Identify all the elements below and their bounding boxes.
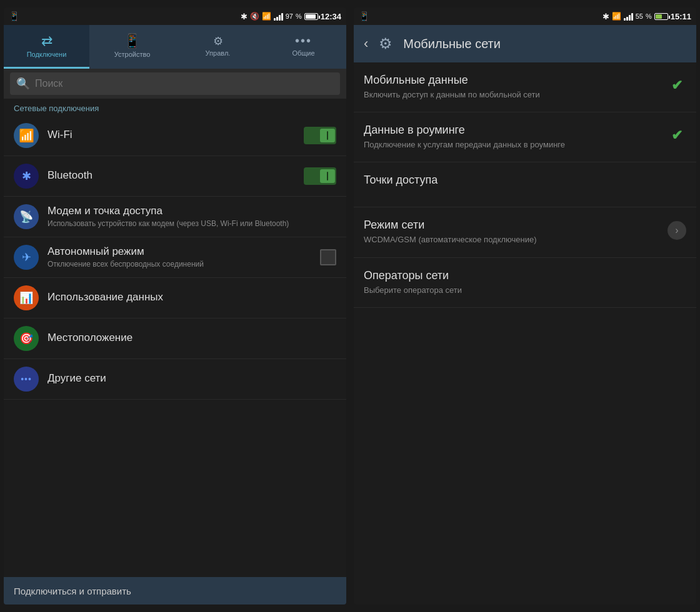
back-button[interactable]: ‹ — [364, 36, 368, 52]
roaming-action[interactable]: ✔ — [668, 126, 686, 145]
tab-device[interactable]: 📱 Устройство — [89, 25, 175, 69]
network-mode-subtitle: WCDMA/GSM (автоматическое подключение) — [364, 234, 660, 245]
search-input-wrap[interactable]: 🔍 — [10, 72, 340, 95]
bottom-bar: Подключиться и отправить — [4, 577, 346, 605]
left-phone-panel: 📱 ✱ 🔇 📶 97 % 12:34 ⇄ Подключени — [4, 7, 346, 605]
settings-item-wifi[interactable]: 📶 Wi-Fi — [4, 116, 346, 156]
tether-title: Модем и точка доступа — [48, 205, 336, 217]
search-icon: 🔍 — [16, 77, 30, 91]
right-time: 15:11 — [671, 12, 691, 21]
settings-item-tether[interactable]: 📡 Модем и точка доступа Использовать уст… — [4, 197, 346, 237]
wifi-status-icon: 📶 — [262, 12, 271, 21]
mobile-data-check-icon: ✔ — [668, 76, 686, 95]
wifi-text: Wi-Fi — [48, 129, 298, 142]
left-status-icons: 📱 — [9, 11, 19, 21]
access-points-title: Точки доступа — [364, 174, 686, 187]
manage-icon: ⚙ — [213, 34, 223, 48]
section-header-connections: Сетевые подключения — [4, 99, 346, 116]
section-header-text: Сетевые подключения — [14, 104, 99, 113]
wifi-icon: 📶 — [14, 123, 39, 148]
roaming-text: Данные в роуминге Подключение к услугам … — [364, 124, 660, 151]
mobile-data-text: Мобильные данные Включить доступ к данны… — [364, 74, 660, 101]
battery-percent-sign: % — [296, 12, 302, 20]
airplane-text: Автономный режим Отключение всех беспров… — [48, 245, 314, 270]
airplane-checkbox-wrap[interactable] — [320, 249, 336, 265]
tab-manage[interactable]: ⚙ Управл. — [175, 25, 261, 69]
airplane-title: Автономный режим — [48, 245, 314, 258]
network-mode-text: Режим сети WCDMA/GSM (автоматическое под… — [364, 219, 660, 245]
right-item-operators[interactable]: Операторы сети Выберите оператора сети — [354, 258, 696, 308]
right-status-icons: 📱 — [359, 11, 369, 21]
tab-bar: ⇄ Подключени 📱 Устройство ⚙ Управл. ••• … — [4, 25, 346, 69]
location-icon: 🎯 — [14, 326, 39, 351]
bluetooth-text: Bluetooth — [48, 169, 298, 183]
wifi-title: Wi-Fi — [48, 129, 298, 141]
airplane-icon: ✈ — [14, 245, 39, 270]
other-text: Другие сети — [48, 372, 336, 386]
bluetooth-toggle[interactable] — [304, 167, 336, 185]
mute-status-icon: 🔇 — [250, 12, 259, 21]
settings-item-location[interactable]: 🎯 Местоположение — [4, 318, 346, 359]
header-title: Мобильные сети — [403, 37, 501, 51]
wifi-toggle-line — [327, 131, 328, 140]
right-item-mobile-data[interactable]: Мобильные данные Включить доступ к данны… — [354, 62, 696, 112]
mobile-data-title: Мобильные данные — [364, 74, 660, 87]
roaming-subtitle: Подключение к услугам передачи данных в … — [364, 139, 660, 151]
device-icon: 📱 — [124, 33, 141, 49]
tab-connections[interactable]: ⇄ Подключени — [4, 25, 89, 69]
bluetooth-toggle-line — [327, 172, 328, 180]
right-phone-icon: 📱 — [359, 11, 369, 21]
mobile-data-subtitle: Включить доступ к данным по мобильной се… — [364, 89, 660, 101]
network-mode-chevron-icon: › — [668, 221, 686, 240]
settings-item-other[interactable]: ••• Другие сети — [4, 359, 346, 400]
roaming-check-icon: ✔ — [668, 126, 686, 145]
left-time: 12:34 — [321, 12, 341, 21]
left-status-right: ✱ 🔇 📶 97 % 12:34 — [241, 12, 341, 21]
search-bar: 🔍 — [4, 69, 346, 99]
right-battery-percent: 55 — [636, 12, 643, 20]
access-points-text: Точки доступа — [364, 174, 686, 189]
network-mode-action[interactable]: › — [668, 221, 686, 240]
bluetooth-toggle-wrap[interactable] — [304, 167, 336, 185]
settings-item-data[interactable]: 📊 Использование данных — [4, 278, 346, 318]
connections-icon: ⇄ — [41, 33, 52, 49]
location-text: Местоположение — [48, 332, 336, 345]
right-item-network-mode[interactable]: Режим сети WCDMA/GSM (автоматическое под… — [354, 207, 696, 257]
tab-general[interactable]: ••• Общие — [261, 25, 346, 69]
signal-bars — [274, 12, 283, 21]
tether-subtitle: Использовать устройство как модем (через… — [48, 219, 336, 229]
right-battery-sign: % — [646, 12, 652, 20]
airplane-checkbox[interactable] — [320, 249, 336, 265]
right-header: ‹ ⚙ Мобильные сети — [354, 25, 696, 62]
battery-percent-left: 97 — [286, 12, 293, 20]
battery-icon-left — [304, 13, 318, 20]
right-bluetooth-icon: ✱ — [602, 12, 609, 21]
wifi-toggle-inner — [320, 129, 335, 142]
phone-icon: 📱 — [9, 11, 19, 21]
wifi-toggle-wrap[interactable] — [304, 127, 336, 144]
right-phone-panel: 📱 ✱ 📶 55 % 15:11 ‹ ⚙ Мобильные сети — [354, 7, 696, 605]
left-status-bar: 📱 ✱ 🔇 📶 97 % 12:34 — [4, 7, 346, 25]
right-status-right: ✱ 📶 55 % 15:11 — [602, 12, 691, 21]
tether-text: Модем и точка доступа Использовать устро… — [48, 205, 336, 229]
right-wifi-icon: 📶 — [612, 12, 621, 21]
right-settings-list: Мобильные данные Включить доступ к данны… — [354, 62, 696, 605]
header-gear-icon: ⚙ — [376, 34, 396, 54]
data-text: Использование данных — [48, 291, 336, 305]
battery-icon-right — [654, 13, 668, 20]
right-item-access-points[interactable]: Точки доступа — [354, 162, 696, 207]
right-status-bar: 📱 ✱ 📶 55 % 15:11 — [354, 7, 696, 25]
airplane-subtitle: Отключение всех беспроводных соединений — [48, 259, 314, 270]
settings-list: 📶 Wi-Fi ✱ Bluetooth — [4, 116, 346, 577]
bottom-bar-label: Подключиться и отправить — [14, 586, 131, 596]
tether-icon: 📡 — [14, 204, 39, 229]
wifi-toggle[interactable] — [304, 127, 336, 144]
tab-manage-label: Управл. — [206, 49, 231, 57]
operators-subtitle: Выберите оператора сети — [364, 285, 686, 296]
settings-item-airplane[interactable]: ✈ Автономный режим Отключение всех беспр… — [4, 237, 346, 278]
mobile-data-action[interactable]: ✔ — [668, 76, 686, 95]
search-input[interactable] — [35, 78, 334, 89]
tab-device-label: Устройство — [114, 51, 151, 58]
settings-item-bluetooth[interactable]: ✱ Bluetooth — [4, 156, 346, 197]
right-item-roaming[interactable]: Данные в роуминге Подключение к услугам … — [354, 112, 696, 162]
